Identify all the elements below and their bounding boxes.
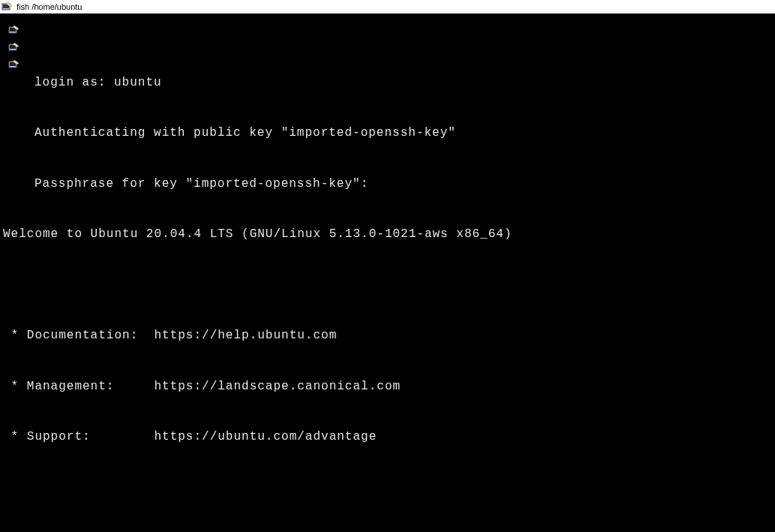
login-prompt: login as: ubuntu <box>0 74 775 92</box>
session-icons <box>8 24 21 71</box>
terminal-area[interactable]: login as: ubuntu Authenticating with pub… <box>0 14 775 532</box>
mgmt-link: * Management: https://landscape.canonica… <box>0 378 775 395</box>
putty-icon <box>2 1 14 13</box>
window-titlebar: fish /home/ubuntu <box>0 0 775 14</box>
window-title: fish /home/ubuntu <box>17 2 82 11</box>
welcome-line: Welcome to Ubuntu 20.04.4 LTS (GNU/Linux… <box>0 226 775 243</box>
blank-line <box>0 277 775 294</box>
doc-link: * Documentation: https://help.ubuntu.com <box>0 327 775 344</box>
computer-icon <box>8 24 21 36</box>
computer-icon <box>8 59 21 71</box>
computer-icon <box>8 41 21 53</box>
blank-line <box>0 479 775 497</box>
support-link: * Support: https://ubuntu.com/advantage <box>0 428 775 446</box>
passphrase-line: Passphrase for key "imported-openssh-key… <box>0 176 775 193</box>
auth-line: Authenticating with public key "imported… <box>0 125 775 142</box>
